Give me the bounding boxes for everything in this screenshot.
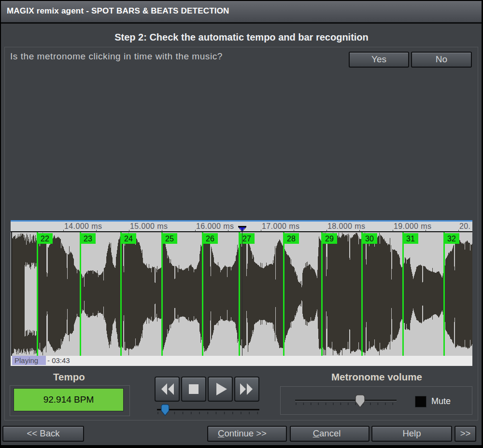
svg-text:16.000 ms: 16.000 ms <box>196 222 234 230</box>
svg-text:23: 23 <box>84 235 92 243</box>
svg-text:22: 22 <box>41 235 49 243</box>
svg-text:26: 26 <box>206 235 214 243</box>
svg-text:14.000 ms: 14.000 ms <box>64 222 102 230</box>
svg-text:Playing: Playing <box>14 356 38 364</box>
svg-text:31: 31 <box>406 235 415 243</box>
svg-text:18.000 ms: 18.000 ms <box>327 222 365 230</box>
svg-text:15.000 ms: 15.000 ms <box>130 222 168 230</box>
svg-text:- 03:43: - 03:43 <box>47 356 70 364</box>
svg-text:29: 29 <box>325 235 334 243</box>
svg-text:27: 27 <box>242 235 251 243</box>
svg-text:25: 25 <box>165 235 174 243</box>
svg-text:20.: 20. <box>459 222 470 230</box>
svg-text:32: 32 <box>447 235 456 243</box>
svg-text:17.000 ms: 17.000 ms <box>262 222 299 230</box>
svg-text:28: 28 <box>287 235 296 243</box>
svg-text:30: 30 <box>365 235 374 243</box>
svg-text:19.000 ms: 19.000 ms <box>394 222 431 230</box>
svg-text:24: 24 <box>124 235 133 243</box>
